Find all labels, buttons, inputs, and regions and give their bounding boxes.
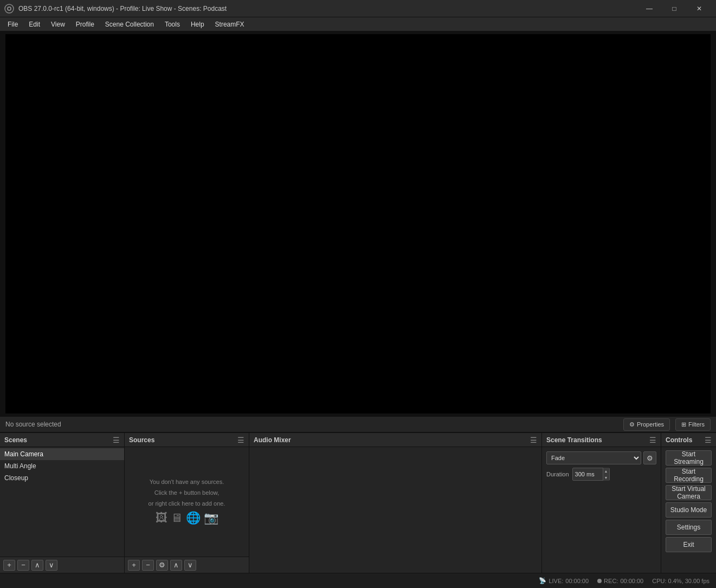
scenes-panel-title: Scenes [4,436,27,444]
start-recording-button[interactable]: Start Recording [666,468,712,483]
controls-panel-menu-icon[interactable]: ☰ [705,436,712,444]
menu-tools[interactable]: Tools [159,19,185,30]
transitions-panel-title: Scene Transitions [546,436,602,444]
scenes-remove-button[interactable]: − [17,560,29,571]
live-time: 00:00:00 [565,578,589,584]
start-virtual-camera-button[interactable]: Start Virtual Camera [666,485,712,500]
scenes-panel: Scenes ☰ Main Camera Multi Angle Closeup… [0,433,125,573]
duration-input[interactable] [573,468,603,480]
menu-profile[interactable]: Profile [70,19,100,30]
scene-transitions-panel: Scene Transitions ☰ Fade Cut Swipe Slide… [542,433,661,573]
scene-item-closeup[interactable]: Closeup [0,472,124,484]
transitions-panel-menu-icon[interactable]: ☰ [649,436,656,444]
filters-tab-label: Filters [688,421,705,428]
menu-view[interactable]: View [46,19,70,30]
filter-icon: ⊞ [681,421,686,428]
audio-mixer-content [249,447,541,573]
scene-item-multi-angle[interactable]: Multi Angle [0,460,124,472]
sources-remove-button[interactable]: − [142,560,154,571]
source-type-icons: 🖼 🖥 🌐 📷 [156,511,218,525]
source-status-text: No source selected [5,421,61,428]
controls-content: Start Streaming Start Recording Start Vi… [661,447,716,573]
controls-panel-title: Controls [666,436,692,444]
cpu-status: CPU: 0.4%, 30.00 fps [652,578,709,584]
sources-empty-line1: You don't have any sources. [150,479,224,485]
menu-help[interactable]: Help [185,19,210,30]
menu-file[interactable]: File [2,19,23,30]
sources-empty-line2: Click the + button below, [154,489,220,496]
transition-type-row: Fade Cut Swipe Slide ⚙ [546,451,656,464]
exit-button[interactable]: Exit [666,537,712,552]
sources-panel-footer: + − ⚙ ∧ ∨ [125,557,249,573]
rec-status: REC: 00:00:00 [597,578,643,584]
sources-down-button[interactable]: ∨ [184,560,196,571]
sources-gear-button[interactable]: ⚙ [156,560,168,571]
audio-mixer-panel: Audio Mixer ☰ [249,433,542,573]
sources-empty-state[interactable]: You don't have any sources. Click the + … [125,447,249,557]
rec-label: REC: [604,578,618,584]
preview-area [0,31,716,416]
scene-item-main-camera[interactable]: Main Camera [0,448,124,460]
sources-panel-header: Sources ☰ [125,433,249,447]
menu-streamfx[interactable]: StreamFX [210,19,250,30]
duration-up-button[interactable]: ▲ [603,468,609,474]
scenes-list: Main Camera Multi Angle Closeup [0,447,124,557]
title-bar: OBS 27.0.0-rc1 (64-bit, windows) - Profi… [0,0,716,17]
obs-logo-icon [4,4,14,14]
maximize-button[interactable]: □ [662,0,687,17]
transitions-content: Fade Cut Swipe Slide ⚙ Duration ▲ ▼ [542,447,661,573]
svg-point-2 [8,8,10,10]
sources-panel-menu-icon[interactable]: ☰ [237,436,244,444]
live-label: LIVE: [549,578,563,584]
minimize-button[interactable]: — [637,0,662,17]
scenes-up-button[interactable]: ∧ [31,560,43,571]
live-status: 📡 LIVE: 00:00:00 [539,577,589,584]
window-title: OBS 27.0.0-rc1 (64-bit, windows) - Profi… [18,5,637,12]
transitions-panel-header: Scene Transitions ☰ [542,433,661,447]
sources-panel: Sources ☰ You don't have any sources. Cl… [125,433,249,573]
menu-edit[interactable]: Edit [23,19,46,30]
close-button[interactable]: ✕ [687,0,712,17]
live-signal-icon: 📡 [539,577,546,584]
transition-settings-button[interactable]: ⚙ [643,451,656,464]
audio-panel-header: Audio Mixer ☰ [249,433,541,447]
scenes-add-button[interactable]: + [3,560,15,571]
sources-add-button[interactable]: + [128,560,140,571]
controls-panel-header: Controls ☰ [661,433,716,447]
preview-canvas [5,34,711,413]
sources-empty-line3: or right click here to add one. [149,500,225,507]
duration-label: Duration [546,471,569,477]
rec-dot-icon [597,579,602,583]
duration-down-button[interactable]: ▼ [603,474,609,481]
scenes-panel-footer: + − ∧ ∨ [0,557,124,573]
sources-panel-title: Sources [129,436,154,444]
menu-scene-collection[interactable]: Scene Collection [100,19,159,30]
start-streaming-button[interactable]: Start Streaming [666,450,712,466]
scenes-panel-menu-icon[interactable]: ☰ [113,436,120,444]
transition-gear-icon: ⚙ [647,454,653,462]
window-controls: — □ ✕ [637,0,712,17]
scenes-down-button[interactable]: ∨ [46,560,57,571]
properties-tab-label: Properties [637,421,664,428]
settings-button[interactable]: Settings [666,520,712,535]
transition-duration-row: Duration ▲ ▼ [546,468,656,481]
cpu-text: CPU: 0.4%, 30.00 fps [652,578,709,584]
duration-input-wrap: ▲ ▼ [572,468,610,481]
sources-up-button[interactable]: ∧ [170,560,182,571]
source-status-bar: No source selected ⚙ Properties ⊞ Filter… [0,416,716,432]
image-source-icon: 🖼 [156,511,167,525]
browser-source-icon: 🌐 [186,511,201,525]
studio-mode-button[interactable]: Studio Mode [666,502,712,518]
audio-panel-menu-icon[interactable]: ☰ [530,436,537,444]
display-source-icon: 🖥 [171,511,183,525]
audio-panel-title: Audio Mixer [254,436,291,444]
menu-bar: File Edit View Profile Scene Collection … [0,17,716,31]
transition-type-select[interactable]: Fade Cut Swipe Slide [546,451,641,464]
properties-tab-button[interactable]: ⚙ Properties [623,418,670,431]
filters-tab-button[interactable]: ⊞ Filters [675,418,711,431]
bottom-panels: Scenes ☰ Main Camera Multi Angle Closeup… [0,432,716,573]
controls-panel: Controls ☰ Start Streaming Start Recordi… [661,433,716,573]
camera-source-icon: 📷 [204,511,218,525]
duration-spinner: ▲ ▼ [603,468,609,481]
status-bar: 📡 LIVE: 00:00:00 REC: 00:00:00 CPU: 0.4%… [0,573,716,588]
